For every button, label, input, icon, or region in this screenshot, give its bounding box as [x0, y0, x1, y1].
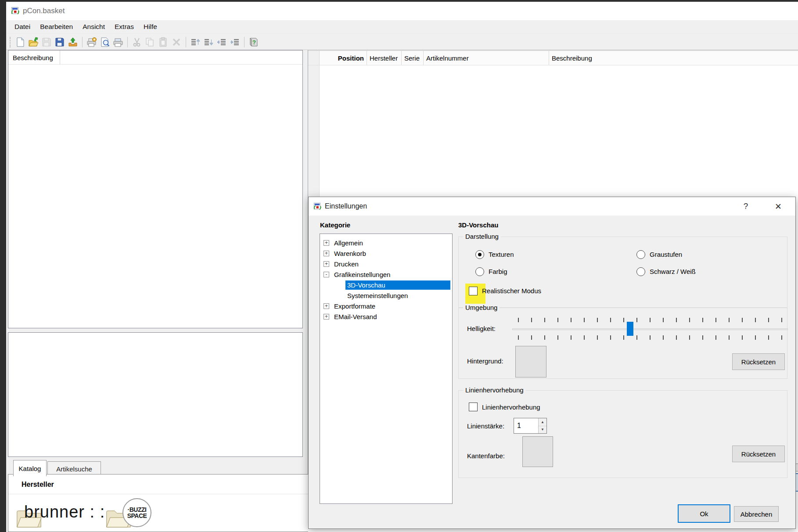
dialog-title-bar: Einstellungen ? ✕	[309, 197, 795, 216]
menu-hilfe[interactable]: Hilfe	[139, 21, 162, 32]
brunner-logo: brunner : :	[24, 503, 105, 521]
linienhervorhebung-checkbox[interactable]	[469, 403, 478, 411]
dialog-help-button[interactable]: ?	[736, 197, 756, 216]
schwarz-weiss-radio[interactable]	[636, 267, 645, 276]
tree-item-systemeinstellungen[interactable]: Systemeinstellungen	[337, 290, 450, 301]
ok-button[interactable]: Ok	[678, 504, 730, 523]
texturen-radio[interactable]	[475, 250, 484, 259]
save-as-icon[interactable]	[53, 36, 66, 48]
catalog-content-panel: Hersteller brunner : : Brunner ·BUZZI SP…	[8, 474, 308, 532]
print-icon[interactable]	[111, 36, 125, 48]
delete-icon	[170, 36, 183, 48]
move-up-icon[interactable]	[189, 36, 202, 48]
kantenfarbe-color-swatch[interactable]	[522, 436, 553, 467]
linienhervorhebung-group: Linienhervorhebung Linienhervorhebung Li…	[458, 390, 787, 478]
page-title: 3D-Vorschau	[458, 221, 498, 229]
help-book-icon[interactable]: ?	[247, 36, 260, 48]
graustufen-radio[interactable]	[636, 250, 645, 259]
column-header-artikelnummer[interactable]: Artikelnummer	[424, 51, 549, 65]
schwarz-weiss-label[interactable]: Schwarz / Weiß	[650, 268, 696, 275]
helligkeit-slider-track[interactable]	[512, 328, 788, 330]
print-settings-icon[interactable]	[85, 36, 98, 48]
tab-katalog[interactable]: Katalog	[13, 460, 47, 476]
menu-bearbeiten[interactable]: Bearbeiten	[35, 21, 78, 32]
expand-plus-icon[interactable]: +	[324, 303, 329, 309]
open-folder-icon[interactable]	[27, 36, 40, 48]
copy-icon	[144, 36, 157, 48]
slider-ticks-bottom	[518, 335, 783, 340]
tree-item-grafikeinstellungen[interactable]: - Grafikeinstellungen	[324, 269, 450, 280]
print-preview-icon[interactable]	[98, 36, 111, 48]
settings-dialog: Einstellungen ? ✕ Kategorie 3D-Vorschau …	[308, 197, 796, 529]
toolbar-separator	[186, 37, 186, 47]
dialog-close-button[interactable]: ✕	[768, 197, 788, 216]
manufacturer-item-buzzispace[interactable]: ·BUZZI SPACE Buzzispace	[106, 496, 163, 532]
description-panel: Beschreibung	[8, 50, 303, 328]
tree-item-exportformate[interactable]: + Exportformate	[324, 301, 450, 311]
umgebung-ruecksetzen-button[interactable]: Rücksetzen	[732, 353, 785, 370]
cut-icon	[130, 36, 144, 48]
manufacturer-item-brunner[interactable]: brunner : : Brunner	[16, 496, 113, 532]
toolbar-separator	[244, 37, 244, 47]
toolbar-separator	[82, 37, 83, 47]
slider-ticks-top	[518, 318, 783, 322]
linien-group-title: Linienhervorhebung	[463, 386, 526, 394]
realistischer-modus-label[interactable]: Realistischer Modus	[482, 287, 541, 295]
column-header-position[interactable]: Position	[320, 51, 367, 65]
tree-item-drucken[interactable]: + Drucken	[324, 259, 450, 269]
import-icon[interactable]	[66, 36, 79, 48]
indent-icon[interactable]	[228, 36, 241, 48]
column-header-hersteller[interactable]: Hersteller	[367, 51, 402, 65]
divider	[8, 494, 308, 494]
farbig-radio[interactable]	[475, 267, 484, 276]
expand-plus-icon[interactable]: +	[324, 314, 329, 320]
toolbar-grip[interactable]	[10, 37, 11, 47]
abbrechen-button[interactable]: Abbrechen	[734, 506, 779, 522]
hintergrund-color-swatch[interactable]	[515, 346, 546, 377]
menu-bar: Datei Bearbeiten Ansicht Extras Hilfe	[6, 20, 798, 34]
graustufen-label[interactable]: Graustufen	[650, 251, 682, 258]
description-column-header[interactable]: Beschreibung	[8, 50, 60, 65]
spin-up-icon[interactable]: ▲	[539, 418, 546, 426]
app-icon	[11, 7, 19, 15]
column-header-beschreibung[interactable]: Beschreibung	[549, 51, 798, 65]
move-down-icon[interactable]	[202, 36, 215, 48]
kantenfarbe-label: Kantenfarbe:	[467, 452, 505, 460]
farbig-label[interactable]: Farbig	[489, 268, 507, 275]
menu-extras[interactable]: Extras	[110, 21, 139, 32]
new-file-icon[interactable]	[14, 36, 27, 48]
dialog-app-icon	[313, 202, 321, 211]
helligkeit-label: Helligkeit:	[467, 325, 496, 332]
category-tree: + Allgemein + Warenkorb + Drucken - Graf…	[320, 234, 453, 504]
helligkeit-slider-thumb[interactable]	[627, 322, 633, 336]
menu-ansicht[interactable]: Ansicht	[78, 21, 110, 32]
spin-down-icon[interactable]: ▼	[539, 426, 546, 434]
expand-plus-icon[interactable]: +	[324, 261, 329, 267]
toolbar: ?	[6, 34, 798, 50]
darstellung-group-title: Darstellung	[463, 233, 501, 240]
tree-item-3d-vorschau[interactable]: 3D-Vorschau	[337, 280, 450, 290]
spinner-buttons: ▲ ▼	[538, 418, 546, 433]
expand-plus-icon[interactable]: +	[324, 251, 329, 256]
menu-datei[interactable]: Datei	[10, 21, 35, 32]
tree-item-warenkorb[interactable]: + Warenkorb	[324, 248, 450, 259]
column-header-serie[interactable]: Serie	[402, 51, 424, 65]
expand-plus-icon[interactable]: +	[324, 240, 329, 246]
tree-item-email-versand[interactable]: + EMail-Versand	[324, 311, 450, 322]
tree-item-allgemein[interactable]: + Allgemein	[324, 237, 450, 248]
texturen-label[interactable]: Texturen	[489, 251, 514, 258]
realistischer-modus-checkbox[interactable]	[469, 287, 478, 295]
detail-panel	[8, 332, 303, 457]
hersteller-heading: Hersteller	[22, 481, 54, 489]
collapse-minus-icon[interactable]: -	[324, 272, 329, 277]
linien-ruecksetzen-button[interactable]: Rücksetzen	[732, 446, 785, 462]
outdent-icon[interactable]	[215, 36, 228, 48]
linienstaerke-input[interactable]	[514, 418, 538, 433]
linienstaerke-label: Linienstärke:	[467, 422, 504, 430]
description-header-row: Beschreibung	[8, 50, 302, 65]
linienstaerke-spinner: ▲ ▼	[514, 418, 547, 434]
table-row-header-strip	[308, 65, 320, 199]
kategorie-label: Kategorie	[320, 221, 350, 229]
paste-icon	[157, 36, 170, 48]
linienhervorhebung-label[interactable]: Linienhervorhebung	[482, 403, 540, 411]
